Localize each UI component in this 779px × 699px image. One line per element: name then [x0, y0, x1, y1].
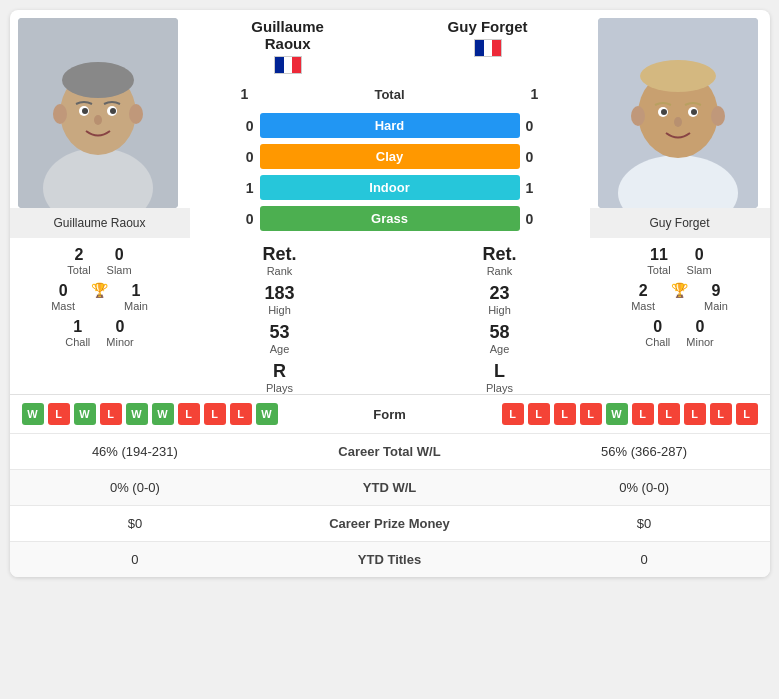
form-badge-p2: L [580, 403, 602, 425]
player2-stat-row2: 2 Mast 🏆 9 Main [631, 282, 728, 312]
player1-slam: 0 Slam [107, 246, 132, 276]
hard-left: 0 [230, 118, 260, 134]
svg-point-11 [129, 104, 143, 124]
stats-table: 46% (194-231)Career Total W/L56% (366-28… [10, 433, 770, 577]
form-badge-p2: L [658, 403, 680, 425]
form-badge-p1: L [230, 403, 252, 425]
main-card: Guillaume Raoux 2 Total 0 Slam 0 [10, 10, 770, 577]
form-right: LLLLWLLLLL [450, 403, 758, 425]
indoor-btn[interactable]: Indoor [260, 175, 520, 200]
player2-total: 11 Total [647, 246, 670, 276]
player2-stat-row1: 11 Total 0 Slam [647, 246, 711, 276]
form-left: WLWLWWLLLW [22, 403, 330, 425]
player2-age: 58 Age [489, 322, 509, 355]
form-badge-p1: L [178, 403, 200, 425]
form-label: Form [330, 407, 450, 422]
player2-slam: 0 Slam [687, 246, 712, 276]
svg-point-4 [62, 62, 134, 98]
form-badge-p1: W [22, 403, 44, 425]
grass-row: 0 Grass 0 [230, 206, 550, 231]
form-badge-p2: W [606, 403, 628, 425]
player1-trophy-icon: 🏆 [91, 282, 108, 312]
stats-right-val: 0 [519, 542, 770, 578]
player2-chall: 0 Chall [645, 318, 670, 348]
player1-photo [18, 18, 178, 208]
form-row: WLWLWWLLLW Form LLLLWLLLLL [10, 394, 770, 433]
player1-age: 53 Age [269, 322, 289, 355]
player1-stat-row2: 0 Mast 🏆 1 Main [51, 282, 148, 312]
player2-name: Guy Forget [649, 216, 709, 230]
svg-point-7 [82, 108, 88, 114]
player1-header-name: Guillaume Raoux [251, 18, 324, 52]
clay-btn[interactable]: Clay [260, 144, 520, 169]
form-badge-p2: L [528, 403, 550, 425]
player2-center-stats: Ret. Rank 23 High 58 Age L Plays [482, 244, 516, 394]
grass-btn[interactable]: Grass [260, 206, 520, 231]
player1-header: Guillaume Raoux [251, 18, 324, 78]
player2-header: Guy Forget [448, 18, 528, 78]
player2-stat-row3: 0 Chall 0 Minor [645, 318, 714, 348]
stats-left-val: 0% (0-0) [10, 470, 261, 506]
player2-plays: L Plays [486, 361, 513, 394]
form-badge-p2: L [554, 403, 576, 425]
player1-total: 2 Total [67, 246, 90, 276]
svg-point-20 [691, 109, 697, 115]
form-badge-p2: L [684, 403, 706, 425]
stats-row: 46% (194-231)Career Total W/L56% (366-28… [10, 434, 770, 470]
total-score-left: 1 [230, 86, 260, 102]
stats-left-val: 46% (194-231) [10, 434, 261, 470]
stats-row: $0Career Prize Money$0 [10, 506, 770, 542]
player1-center-stats: Ret. Rank 183 High 53 Age R Plays [262, 244, 296, 394]
svg-point-22 [631, 106, 645, 126]
hard-btn[interactable]: Hard [260, 113, 520, 138]
form-badge-p1: W [152, 403, 174, 425]
player1-high: 183 High [264, 283, 294, 316]
total-label: Total [260, 87, 520, 102]
svg-point-21 [674, 117, 682, 127]
stats-row: 0% (0-0)YTD W/L0% (0-0) [10, 470, 770, 506]
stats-center-label: YTD Titles [260, 542, 518, 578]
clay-right: 0 [520, 149, 550, 165]
player2-minor: 0 Minor [686, 318, 714, 348]
grass-right: 0 [520, 211, 550, 227]
grass-left: 0 [230, 211, 260, 227]
player1-stat-row3: 1 Chall 0 Minor [65, 318, 134, 348]
player1-flag [274, 56, 302, 74]
players-top: Guillaume Raoux 2 Total 0 Slam 0 [10, 10, 770, 394]
player2-header-name: Guy Forget [448, 18, 528, 35]
hard-row: 0 Hard 0 [230, 113, 550, 138]
form-badge-p2: L [736, 403, 758, 425]
stats-left-val: $0 [10, 506, 261, 542]
svg-point-8 [110, 108, 116, 114]
player1-mast: 0 Mast [51, 282, 75, 312]
player1-name: Guillaume Raoux [53, 216, 145, 230]
form-badge-p2: L [632, 403, 654, 425]
player2-mast: 2 Mast [631, 282, 655, 312]
indoor-left: 1 [230, 180, 260, 196]
form-badge-p1: W [74, 403, 96, 425]
stats-left-val: 0 [10, 542, 261, 578]
clay-left: 0 [230, 149, 260, 165]
form-badge-p1: W [256, 403, 278, 425]
player1-stat-row1: 2 Total 0 Slam [67, 246, 131, 276]
player-headers: Guillaume Raoux Guy Forget [190, 18, 590, 78]
total-score-right: 1 [520, 86, 550, 102]
player2-name-box: Guy Forget [590, 208, 770, 238]
total-row: 1 Total 1 [230, 86, 550, 102]
hard-right: 0 [520, 118, 550, 134]
player2-rank: Ret. Rank [482, 244, 516, 277]
svg-point-10 [53, 104, 67, 124]
svg-point-16 [640, 60, 716, 92]
player1-rank: Ret. Rank [262, 244, 296, 277]
player2-high: 23 High [488, 283, 511, 316]
svg-point-19 [661, 109, 667, 115]
player2-main: 9 Main [704, 282, 728, 312]
form-badge-p2: L [502, 403, 524, 425]
clay-row: 0 Clay 0 [230, 144, 550, 169]
stats-right-val: 56% (366-287) [519, 434, 770, 470]
indoor-right: 1 [520, 180, 550, 196]
stats-center-label: YTD W/L [260, 470, 518, 506]
stats-right-val: 0% (0-0) [519, 470, 770, 506]
center-block: Guillaume Raoux Guy Forget 1 Total 1 [190, 10, 590, 394]
player2-block: Guy Forget 11 Total 0 Slam 2 Mas [590, 10, 770, 394]
